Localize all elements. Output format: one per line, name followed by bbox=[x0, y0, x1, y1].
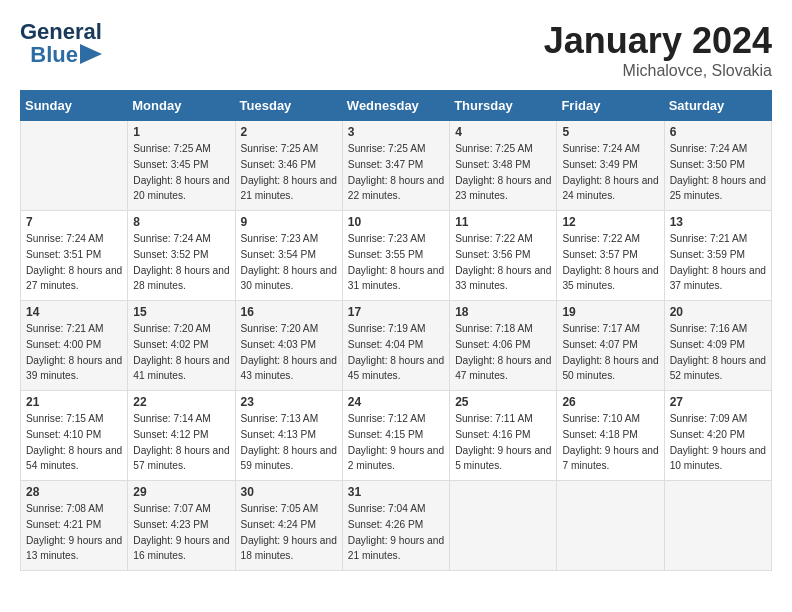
logo-blue: Blue bbox=[30, 43, 78, 66]
daylight-text: Daylight: 9 hours and 13 minutes. bbox=[26, 533, 122, 565]
day-info: Sunrise: 7:21 AMSunset: 4:00 PMDaylight:… bbox=[26, 321, 122, 384]
daylight-text: Daylight: 8 hours and 45 minutes. bbox=[348, 353, 444, 385]
daylight-text: Daylight: 8 hours and 43 minutes. bbox=[241, 353, 337, 385]
calendar-cell: 13Sunrise: 7:21 AMSunset: 3:59 PMDayligh… bbox=[664, 211, 771, 301]
day-info: Sunrise: 7:04 AMSunset: 4:26 PMDaylight:… bbox=[348, 501, 444, 564]
calendar-cell: 24Sunrise: 7:12 AMSunset: 4:15 PMDayligh… bbox=[342, 391, 449, 481]
daylight-text: Daylight: 8 hours and 37 minutes. bbox=[670, 263, 766, 295]
day-number: 19 bbox=[562, 305, 658, 319]
logo: General Blue bbox=[20, 20, 104, 66]
calendar-cell: 6Sunrise: 7:24 AMSunset: 3:50 PMDaylight… bbox=[664, 121, 771, 211]
day-info: Sunrise: 7:24 AMSunset: 3:50 PMDaylight:… bbox=[670, 141, 766, 204]
month-year-title: January 2024 bbox=[544, 20, 772, 62]
sunrise-text: Sunrise: 7:24 AM bbox=[670, 141, 766, 157]
day-info: Sunrise: 7:15 AMSunset: 4:10 PMDaylight:… bbox=[26, 411, 122, 474]
sunset-text: Sunset: 4:13 PM bbox=[241, 427, 337, 443]
sunset-text: Sunset: 3:55 PM bbox=[348, 247, 444, 263]
sunset-text: Sunset: 4:03 PM bbox=[241, 337, 337, 353]
sunset-text: Sunset: 4:15 PM bbox=[348, 427, 444, 443]
calendar-cell: 18Sunrise: 7:18 AMSunset: 4:06 PMDayligh… bbox=[450, 301, 557, 391]
day-info: Sunrise: 7:24 AMSunset: 3:52 PMDaylight:… bbox=[133, 231, 229, 294]
daylight-text: Daylight: 8 hours and 23 minutes. bbox=[455, 173, 551, 205]
sunset-text: Sunset: 4:00 PM bbox=[26, 337, 122, 353]
sunrise-text: Sunrise: 7:10 AM bbox=[562, 411, 658, 427]
sunset-text: Sunset: 3:57 PM bbox=[562, 247, 658, 263]
sunrise-text: Sunrise: 7:25 AM bbox=[241, 141, 337, 157]
day-info: Sunrise: 7:20 AMSunset: 4:03 PMDaylight:… bbox=[241, 321, 337, 384]
day-number: 20 bbox=[670, 305, 766, 319]
day-number: 6 bbox=[670, 125, 766, 139]
calendar-cell: 19Sunrise: 7:17 AMSunset: 4:07 PMDayligh… bbox=[557, 301, 664, 391]
day-number: 2 bbox=[241, 125, 337, 139]
day-header-thursday: Thursday bbox=[450, 91, 557, 121]
calendar-cell bbox=[664, 481, 771, 571]
day-info: Sunrise: 7:24 AMSunset: 3:49 PMDaylight:… bbox=[562, 141, 658, 204]
day-number: 26 bbox=[562, 395, 658, 409]
calendar-week-row: 1Sunrise: 7:25 AMSunset: 3:45 PMDaylight… bbox=[21, 121, 772, 211]
sunset-text: Sunset: 3:47 PM bbox=[348, 157, 444, 173]
title-area: January 2024 Michalovce, Slovakia bbox=[544, 20, 772, 80]
day-number: 8 bbox=[133, 215, 229, 229]
sunrise-text: Sunrise: 7:13 AM bbox=[241, 411, 337, 427]
sunset-text: Sunset: 3:46 PM bbox=[241, 157, 337, 173]
calendar-week-row: 14Sunrise: 7:21 AMSunset: 4:00 PMDayligh… bbox=[21, 301, 772, 391]
calendar-week-row: 21Sunrise: 7:15 AMSunset: 4:10 PMDayligh… bbox=[21, 391, 772, 481]
day-number: 3 bbox=[348, 125, 444, 139]
sunrise-text: Sunrise: 7:17 AM bbox=[562, 321, 658, 337]
sunset-text: Sunset: 3:52 PM bbox=[133, 247, 229, 263]
calendar-cell: 5Sunrise: 7:24 AMSunset: 3:49 PMDaylight… bbox=[557, 121, 664, 211]
day-number: 28 bbox=[26, 485, 122, 499]
daylight-text: Daylight: 8 hours and 35 minutes. bbox=[562, 263, 658, 295]
calendar-cell: 16Sunrise: 7:20 AMSunset: 4:03 PMDayligh… bbox=[235, 301, 342, 391]
sunset-text: Sunset: 4:06 PM bbox=[455, 337, 551, 353]
day-number: 23 bbox=[241, 395, 337, 409]
daylight-text: Daylight: 8 hours and 21 minutes. bbox=[241, 173, 337, 205]
sunrise-text: Sunrise: 7:12 AM bbox=[348, 411, 444, 427]
sunset-text: Sunset: 4:16 PM bbox=[455, 427, 551, 443]
sunrise-text: Sunrise: 7:25 AM bbox=[133, 141, 229, 157]
calendar-cell: 27Sunrise: 7:09 AMSunset: 4:20 PMDayligh… bbox=[664, 391, 771, 481]
calendar-cell: 12Sunrise: 7:22 AMSunset: 3:57 PMDayligh… bbox=[557, 211, 664, 301]
sunrise-text: Sunrise: 7:08 AM bbox=[26, 501, 122, 517]
day-info: Sunrise: 7:10 AMSunset: 4:18 PMDaylight:… bbox=[562, 411, 658, 474]
daylight-text: Daylight: 9 hours and 18 minutes. bbox=[241, 533, 337, 565]
daylight-text: Daylight: 8 hours and 30 minutes. bbox=[241, 263, 337, 295]
sunset-text: Sunset: 4:02 PM bbox=[133, 337, 229, 353]
sunrise-text: Sunrise: 7:19 AM bbox=[348, 321, 444, 337]
daylight-text: Daylight: 8 hours and 24 minutes. bbox=[562, 173, 658, 205]
day-header-sunday: Sunday bbox=[21, 91, 128, 121]
sunrise-text: Sunrise: 7:20 AM bbox=[133, 321, 229, 337]
day-number: 29 bbox=[133, 485, 229, 499]
daylight-text: Daylight: 8 hours and 54 minutes. bbox=[26, 443, 122, 475]
sunrise-text: Sunrise: 7:22 AM bbox=[455, 231, 551, 247]
day-info: Sunrise: 7:09 AMSunset: 4:20 PMDaylight:… bbox=[670, 411, 766, 474]
sunrise-text: Sunrise: 7:09 AM bbox=[670, 411, 766, 427]
calendar-cell: 29Sunrise: 7:07 AMSunset: 4:23 PMDayligh… bbox=[128, 481, 235, 571]
day-info: Sunrise: 7:24 AMSunset: 3:51 PMDaylight:… bbox=[26, 231, 122, 294]
day-info: Sunrise: 7:22 AMSunset: 3:57 PMDaylight:… bbox=[562, 231, 658, 294]
sunrise-text: Sunrise: 7:22 AM bbox=[562, 231, 658, 247]
calendar-cell: 7Sunrise: 7:24 AMSunset: 3:51 PMDaylight… bbox=[21, 211, 128, 301]
calendar-week-row: 7Sunrise: 7:24 AMSunset: 3:51 PMDaylight… bbox=[21, 211, 772, 301]
sunset-text: Sunset: 4:07 PM bbox=[562, 337, 658, 353]
calendar-table: SundayMondayTuesdayWednesdayThursdayFrid… bbox=[20, 90, 772, 571]
sunset-text: Sunset: 3:54 PM bbox=[241, 247, 337, 263]
sunrise-text: Sunrise: 7:14 AM bbox=[133, 411, 229, 427]
daylight-text: Daylight: 8 hours and 59 minutes. bbox=[241, 443, 337, 475]
calendar-cell: 17Sunrise: 7:19 AMSunset: 4:04 PMDayligh… bbox=[342, 301, 449, 391]
daylight-text: Daylight: 9 hours and 7 minutes. bbox=[562, 443, 658, 475]
sunset-text: Sunset: 3:50 PM bbox=[670, 157, 766, 173]
day-header-friday: Friday bbox=[557, 91, 664, 121]
daylight-text: Daylight: 9 hours and 10 minutes. bbox=[670, 443, 766, 475]
sunset-text: Sunset: 4:10 PM bbox=[26, 427, 122, 443]
day-number: 9 bbox=[241, 215, 337, 229]
daylight-text: Daylight: 8 hours and 22 minutes. bbox=[348, 173, 444, 205]
day-number: 1 bbox=[133, 125, 229, 139]
sunrise-text: Sunrise: 7:15 AM bbox=[26, 411, 122, 427]
day-number: 5 bbox=[562, 125, 658, 139]
day-header-saturday: Saturday bbox=[664, 91, 771, 121]
calendar-cell: 8Sunrise: 7:24 AMSunset: 3:52 PMDaylight… bbox=[128, 211, 235, 301]
calendar-cell: 9Sunrise: 7:23 AMSunset: 3:54 PMDaylight… bbox=[235, 211, 342, 301]
daylight-text: Daylight: 8 hours and 33 minutes. bbox=[455, 263, 551, 295]
calendar-cell: 11Sunrise: 7:22 AMSunset: 3:56 PMDayligh… bbox=[450, 211, 557, 301]
